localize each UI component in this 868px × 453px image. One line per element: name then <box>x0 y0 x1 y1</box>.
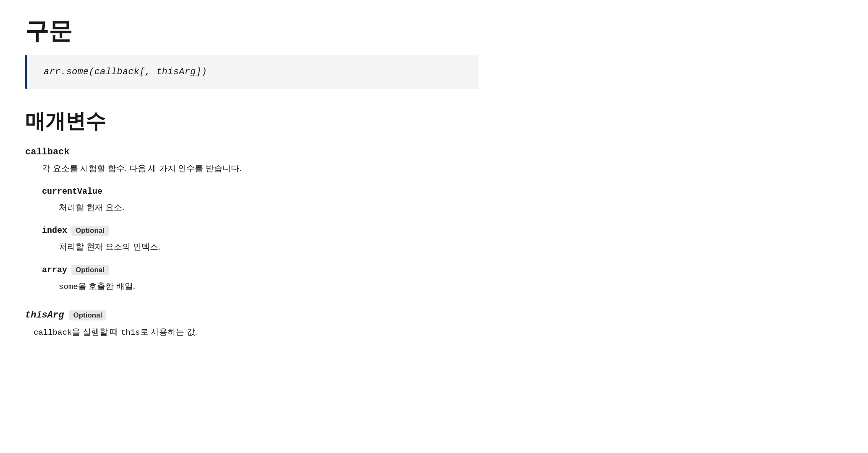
thisarg-desc-suffix: 로 사용하는 값. <box>140 327 198 336</box>
sub-param-array-header: array Optional <box>42 265 478 275</box>
index-desc: 처리할 현재 요소의 인덱스. <box>59 240 478 253</box>
thisarg-optional-badge: Optional <box>69 310 106 320</box>
sub-param-currentvalue: currentValue 처리할 현재 요소. <box>42 187 478 214</box>
callback-param-name: callback <box>25 147 70 157</box>
index-optional-badge: Optional <box>71 226 109 236</box>
syntax-title: 구문 <box>25 17 478 45</box>
code-block-wrapper: arr.some(callback[, thisArg]) <box>25 55 478 89</box>
array-desc-some-code: some <box>59 282 78 292</box>
thisarg-header: thisArg Optional <box>25 310 478 320</box>
thisarg-desc-this-code: this <box>121 328 140 337</box>
param-thisarg: thisArg Optional callback을 실행할 때 this로 사… <box>25 310 478 339</box>
code-block: arr.some(callback[, thisArg]) <box>44 67 462 77</box>
sub-param-index-header: index Optional <box>42 226 478 236</box>
param-callback: callback 각 요소를 시험할 함수. 다음 세 가지 인수를 받습니다.… <box>25 147 478 293</box>
thisarg-desc: callback을 실행할 때 this로 사용하는 값. <box>34 325 478 339</box>
params-title: 매개변수 <box>25 109 478 133</box>
thisarg-name: thisArg <box>25 310 64 320</box>
array-optional-badge: Optional <box>71 265 109 275</box>
thisarg-desc-callback-code: callback <box>34 328 72 337</box>
thisarg-desc-middle: 을 실행할 때 <box>72 327 121 336</box>
array-desc-suffix: 을 호출한 배열. <box>78 281 136 291</box>
array-name: array <box>42 265 67 275</box>
sub-param-array: array Optional some을 호출한 배열. <box>42 265 478 293</box>
index-name: index <box>42 226 67 235</box>
callback-param-desc: 각 요소를 시험할 함수. 다음 세 가지 인수를 받습니다. <box>42 161 478 175</box>
array-desc: some을 호출한 배열. <box>59 279 478 293</box>
sub-param-index: index Optional 처리할 현재 요소의 인덱스. <box>42 226 478 253</box>
sub-param-currentvalue-header: currentValue <box>42 187 478 196</box>
currentvalue-desc: 처리할 현재 요소. <box>59 200 478 214</box>
currentvalue-name: currentValue <box>42 187 102 196</box>
